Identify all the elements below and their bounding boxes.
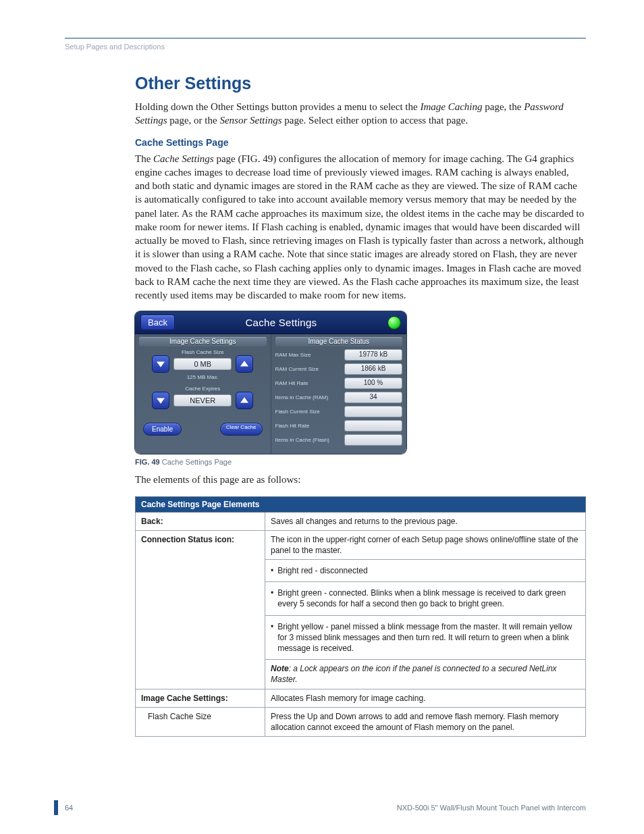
lead-out-text: The elements of this page are as follows…: [135, 473, 586, 486]
cell-back-label: Back:: [136, 512, 265, 530]
table-row: Back: Saves all changes and returns to t…: [136, 512, 586, 530]
label-ram-hit-rate: RAM Hit Rate: [275, 380, 341, 386]
cache-settings-paragraph: The Cache Settings page (FIG. 49) config…: [135, 152, 586, 303]
cell-image-cache-settings-label: Image Cache Settings:: [136, 689, 265, 707]
page-number: 64: [65, 804, 85, 812]
cache-settings-elements-table: Cache Settings Page Elements Back: Saves…: [135, 496, 586, 737]
flash-size-up-button[interactable]: [236, 355, 253, 373]
label-flash-size-hint: 125 MB Max.: [139, 374, 267, 380]
cell-connection-status-label: Connection Status icon:: [136, 530, 265, 689]
value-ram-max-size: 19778 kB: [344, 349, 402, 361]
table-row: Connection Status icon: The icon in the …: [136, 530, 586, 559]
section-heading-cache-settings: Cache Settings Page: [135, 137, 586, 148]
table-row: Image Cache Settings: Allocates Flash me…: [136, 689, 586, 707]
enable-button[interactable]: Enable: [143, 423, 182, 436]
figure-cache-settings-panel: Back Cache Settings Image Cache Settings…: [135, 311, 406, 454]
chevron-up-icon: [240, 360, 248, 368]
footer-accent-bar: [54, 800, 58, 815]
value-ram-current-size: 1866 kB: [344, 363, 402, 375]
table-header: Cache Settings Page Elements: [136, 496, 586, 512]
value-ram-hit-rate: 100 %: [344, 377, 402, 389]
cell-flash-cache-size-label: Flash Cache Size: [136, 707, 265, 736]
value-flash-hit-rate: [344, 420, 402, 432]
label-items-in-cache-ram: Items in Cache (RAM): [275, 394, 341, 400]
cell-bullet-green: •Bright green - connected. Blinks when a…: [265, 582, 586, 615]
flash-cache-size-value: 0 MB: [173, 358, 232, 370]
cell-back-desc: Saves all changes and returns to the pre…: [265, 512, 586, 530]
cell-flash-cache-size-desc: Press the Up and Down arrows to add and …: [265, 707, 586, 736]
back-button[interactable]: Back: [140, 315, 175, 330]
value-items-in-cache-ram: 34: [344, 392, 402, 403]
flash-size-down-button[interactable]: [152, 355, 169, 373]
chevron-down-icon: [157, 360, 165, 368]
label-ram-current-size: RAM Current Size: [275, 366, 341, 372]
clear-cache-button[interactable]: Clear Cache: [220, 423, 262, 436]
cache-expires-value: NEVER: [173, 394, 232, 407]
document-title-footer: NXD-500i 5" Wall/Flush Mount Touch Panel…: [85, 804, 586, 812]
chevron-up-icon: [240, 396, 248, 405]
pane-header-image-cache-settings: Image Cache Settings: [139, 337, 267, 346]
cache-expires-up-button[interactable]: [236, 392, 253, 409]
breadcrumb: Setup Pages and Descriptions: [65, 43, 586, 51]
cell-bullet-red: •Bright red - disconnected: [265, 560, 586, 582]
value-items-in-cache-flash: [344, 434, 402, 446]
intro-paragraph: Holding down the Other Settings button p…: [135, 100, 586, 128]
pane-header-image-cache-status: Image Cache Status: [275, 337, 403, 346]
chevron-down-icon: [157, 396, 165, 405]
panel-title: Cache Settings: [180, 317, 382, 328]
table-row: Flash Cache Size Press the Up and Down a…: [136, 707, 586, 736]
cell-note: Note: a Lock appears on the icon if the …: [265, 660, 586, 689]
connection-status-icon: [387, 316, 401, 330]
cell-image-cache-settings-desc: Allocates Flash memory for image caching…: [265, 689, 586, 707]
figure-caption: FIG. 49 Cache Settings Page: [135, 458, 586, 466]
label-flash-current-size: Flash Current Size: [275, 409, 341, 415]
page-title: Other Settings: [135, 74, 586, 93]
label-flash-cache-size: Flash Cache Size: [139, 349, 267, 355]
cell-bullet-yellow: •Bright yellow - panel missed a blink me…: [265, 615, 586, 660]
label-ram-max-size: RAM Max Size: [275, 352, 341, 358]
label-items-in-cache-flash: Items in Cache (Flash): [275, 437, 341, 443]
value-flash-current-size: [344, 406, 402, 417]
cell-connection-status-desc: The icon in the upper-right corner of ea…: [265, 530, 586, 559]
label-flash-hit-rate: Flash Hit Rate: [275, 423, 341, 429]
cache-expires-down-button[interactable]: [152, 392, 169, 409]
label-cache-expires: Cache Expires: [139, 386, 267, 392]
